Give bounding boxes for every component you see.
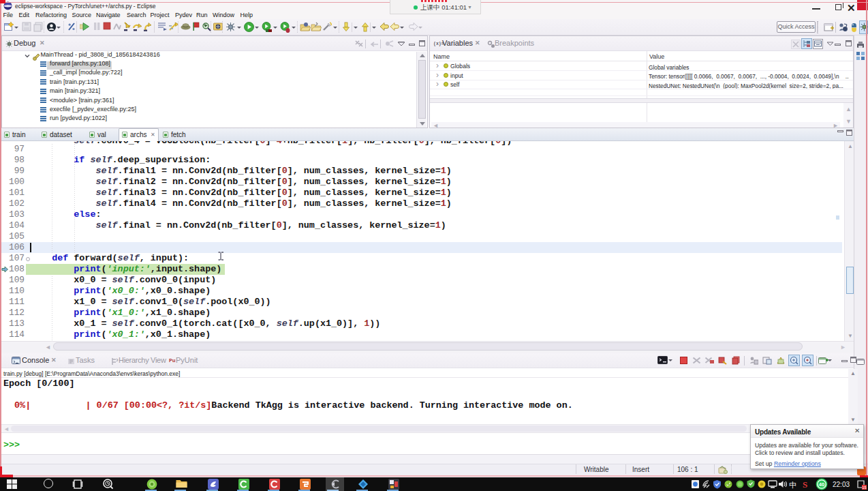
svg-text:40: 40 [819,481,824,488]
svg-text:15: 15 [862,486,867,490]
